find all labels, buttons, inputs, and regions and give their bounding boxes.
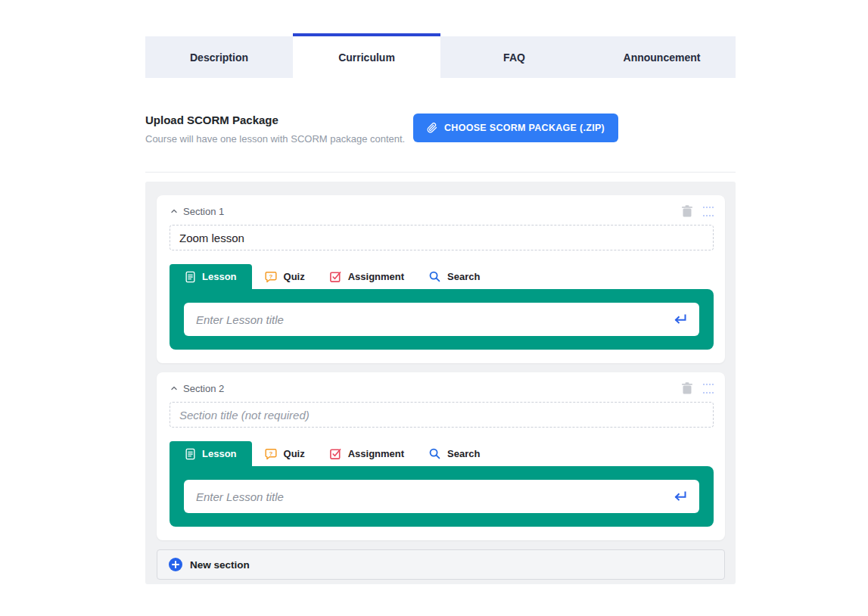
section-1-label: Section 1 — [183, 206, 224, 217]
tab-description-label: Description — [190, 51, 248, 64]
choose-scorm-package-label: CHOOSE SCORM PACKAGE (.ZIP) — [444, 123, 605, 133]
tab-faq[interactable]: FAQ — [440, 36, 588, 78]
new-section-label: New section — [190, 559, 250, 571]
section-2-header[interactable]: Section 2 — [170, 383, 224, 394]
section-2-title-input[interactable] — [170, 402, 714, 428]
delete-section-icon[interactable] — [682, 205, 692, 217]
delete-section-icon[interactable] — [682, 382, 692, 394]
scorm-heading: Upload SCORM Package — [145, 114, 278, 126]
chevron-up-icon — [170, 384, 179, 393]
item-tab-search[interactable]: Search — [416, 441, 492, 466]
content-type-tabs: Lesson ? Quiz Assignment — [170, 441, 714, 466]
scorm-description: Course will have one lesson with SCORM p… — [145, 133, 405, 145]
item-tab-lesson-label: Lesson — [202, 271, 237, 282]
plus-circle-icon — [169, 558, 182, 571]
course-tab-bar: Description Curriculum FAQ Announcement — [145, 36, 736, 78]
item-tab-quiz-label: Quiz — [284, 448, 305, 459]
svg-text:?: ? — [269, 450, 272, 457]
tab-announcement[interactable]: Announcement — [588, 36, 736, 78]
item-tab-search[interactable]: Search — [416, 264, 492, 289]
enter-arrow-icon[interactable] — [670, 311, 689, 328]
item-tab-assignment-label: Assignment — [348, 271, 404, 282]
section-2-label: Section 2 — [183, 383, 224, 394]
section-divider — [145, 172, 736, 173]
tab-description[interactable]: Description — [145, 36, 293, 78]
active-tab-indicator — [293, 33, 440, 36]
curriculum-builder: Section 1 Lesson — [145, 182, 736, 584]
item-tab-lesson[interactable]: Lesson — [170, 264, 252, 289]
item-tab-lesson[interactable]: Lesson — [170, 441, 252, 466]
lesson-title-input[interactable] — [196, 490, 670, 503]
tab-announcement-label: Announcement — [624, 51, 701, 64]
document-icon — [185, 448, 196, 460]
assignment-check-icon — [329, 270, 342, 283]
search-icon — [428, 447, 441, 460]
item-tab-search-label: Search — [447, 448, 480, 459]
assignment-check-icon — [329, 447, 342, 460]
content-type-tabs: Lesson ? Quiz Assignment — [170, 264, 714, 289]
lesson-panel — [170, 466, 714, 527]
item-tab-quiz[interactable]: ? Quiz — [252, 441, 317, 466]
tab-curriculum-label: Curriculum — [338, 51, 395, 64]
section-1-header[interactable]: Section 1 — [170, 206, 224, 217]
item-tab-assignment-label: Assignment — [348, 448, 404, 459]
quiz-bubble-icon: ? — [264, 447, 278, 461]
item-tab-quiz[interactable]: ? Quiz — [252, 264, 317, 289]
svg-text:?: ? — [269, 273, 272, 280]
lesson-panel — [170, 289, 714, 350]
item-tab-assignment[interactable]: Assignment — [317, 441, 416, 466]
document-icon — [185, 271, 196, 283]
search-icon — [428, 270, 441, 283]
section-card-1: Section 1 Lesson — [157, 195, 725, 363]
drag-handle-icon[interactable] — [703, 384, 714, 394]
drag-handle-icon[interactable] — [703, 207, 714, 216]
lesson-title-input[interactable] — [196, 313, 670, 326]
choose-scorm-package-button[interactable]: CHOOSE SCORM PACKAGE (.ZIP) — [413, 114, 618, 142]
tab-faq-label: FAQ — [503, 51, 525, 64]
item-tab-search-label: Search — [447, 271, 480, 282]
paperclip-icon — [427, 123, 437, 133]
item-tab-assignment[interactable]: Assignment — [317, 264, 416, 289]
quiz-bubble-icon: ? — [264, 270, 278, 284]
chevron-up-icon — [170, 207, 179, 216]
tab-curriculum[interactable]: Curriculum — [293, 36, 440, 78]
lesson-title-field[interactable] — [184, 480, 699, 513]
lesson-title-field[interactable] — [184, 303, 699, 336]
section-1-title-input[interactable] — [170, 225, 714, 250]
enter-arrow-icon[interactable] — [670, 488, 689, 505]
section-card-2: Section 2 Lesson — [157, 372, 725, 540]
item-tab-lesson-label: Lesson — [202, 448, 237, 459]
new-section-button[interactable]: New section — [157, 549, 725, 580]
item-tab-quiz-label: Quiz — [284, 271, 305, 282]
